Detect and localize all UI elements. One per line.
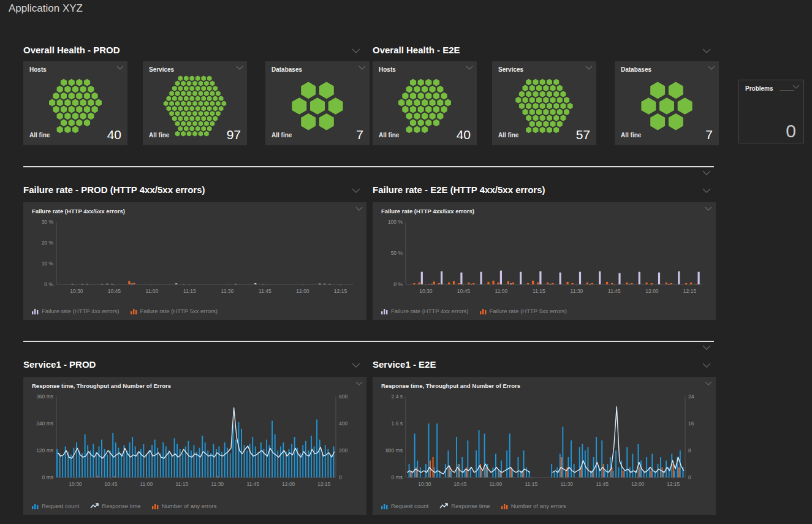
legend-item[interactable]: Response time — [90, 503, 140, 509]
section-title-health-e2e: Overall Health - E2E — [373, 45, 460, 55]
svg-text:10:45: 10:45 — [453, 481, 467, 487]
svg-text:240 ms: 240 ms — [36, 420, 53, 427]
chevron-down-icon[interactable] — [792, 85, 800, 89]
chart-tile-service1-e2e[interactable]: Response time, Throughput and Number of … — [373, 377, 716, 515]
chevron-down-icon[interactable] — [702, 345, 711, 350]
legend-label: Number of any errors — [162, 503, 217, 509]
svg-text:360 ms: 360 ms — [36, 393, 53, 400]
legend-item[interactable]: Failure rate (HTTP 4xx errors) — [381, 308, 469, 314]
chevron-down-icon[interactable] — [116, 66, 124, 70]
chart-tile-failure-prod[interactable]: Failure rate (HTTP 4xx/5xx errors) 0 %10… — [23, 202, 366, 320]
svg-text:10 %: 10 % — [42, 260, 54, 267]
legend-item[interactable]: Number of any errors — [501, 503, 566, 509]
chevron-down-icon[interactable] — [702, 170, 711, 175]
chevron-down-icon[interactable] — [352, 48, 360, 53]
legend-item[interactable]: Number of any errors — [152, 503, 217, 509]
chevron-down-icon[interactable] — [352, 363, 360, 368]
entity-count: 57 — [576, 127, 590, 142]
entity-count: 7 — [705, 127, 713, 142]
svg-text:10:30: 10:30 — [418, 481, 431, 487]
legend-label: Failure rate (HTTP 5xx errors) — [490, 308, 567, 314]
svg-text:11:15: 11:15 — [183, 288, 196, 294]
legend-item[interactable]: Failure rate (HTTP 5xx errors) — [131, 308, 218, 314]
problems-count: 0 — [786, 121, 796, 142]
bar-chart-icon — [381, 503, 388, 509]
chart-canvas: 0 ms120 ms240 ms360 ms020040060010:3010:… — [28, 392, 362, 499]
chevron-down-icon[interactable] — [359, 66, 366, 70]
svg-text:11:45: 11:45 — [259, 288, 271, 294]
chevron-down-icon[interactable] — [355, 381, 363, 385]
chart-title: Failure rate (HTTP 4xx/5xx errors) — [32, 208, 125, 215]
health-tile-hosts-prod[interactable]: Hosts All fine 40 — [23, 61, 127, 145]
chevron-down-icon[interactable] — [708, 66, 715, 70]
chevron-down-icon[interactable] — [355, 207, 363, 211]
chart-canvas: 0 %50 %100 %10:3010:4511:0011:1511:3011:… — [378, 217, 711, 306]
chevron-down-icon[interactable] — [352, 188, 360, 193]
svg-text:11:30: 11:30 — [571, 288, 583, 294]
legend-label: Response time — [102, 503, 140, 509]
bar-chart-icon — [381, 308, 388, 314]
section-divider — [23, 166, 714, 167]
chevron-down-icon[interactable] — [702, 48, 711, 53]
status-badge: All fine — [149, 132, 169, 139]
section-title-service1-prod: Service1 - PROD — [23, 359, 96, 370]
tile-title: Hosts — [379, 66, 396, 73]
health-tile-databases-prod[interactable]: Databases All fine 7 — [265, 61, 370, 145]
svg-text:50 %: 50 % — [391, 250, 403, 256]
chart-legend: Request countResponse timeNumber of any … — [32, 503, 216, 509]
legend-item[interactable]: Request count — [381, 503, 428, 509]
chevron-down-icon[interactable] — [702, 363, 711, 368]
svg-text:10:30: 10:30 — [69, 481, 82, 487]
bar-chart-icon — [501, 503, 508, 509]
health-tile-hosts-e2e[interactable]: Hosts All fine 40 — [373, 61, 477, 145]
line-chart-icon — [439, 503, 448, 509]
chart-title: Failure rate (HTTP 4xx/5xx errors) — [381, 208, 474, 215]
chevron-down-icon[interactable] — [236, 66, 243, 70]
tile-title: Databases — [271, 66, 302, 73]
chart-title: Response time, Throughput and Number of … — [381, 382, 520, 389]
svg-text:0 ms: 0 ms — [392, 474, 403, 480]
chevron-down-icon[interactable] — [705, 207, 712, 211]
health-tile-services-prod[interactable]: Services All fine 97 — [143, 61, 247, 145]
svg-text:10:45: 10:45 — [104, 481, 118, 487]
svg-text:24: 24 — [688, 393, 694, 400]
legend-item[interactable]: Response time — [439, 503, 490, 509]
tile-title: Databases — [621, 66, 651, 73]
svg-text:12:00: 12:00 — [645, 288, 659, 294]
chart-tile-failure-e2e[interactable]: Failure rate (HTTP 4xx/5xx errors) 0 %50… — [373, 202, 716, 320]
section-divider — [23, 341, 714, 342]
honeycomb-chart — [265, 74, 370, 139]
health-tile-services-e2e[interactable]: Services All fine 57 — [492, 61, 596, 145]
svg-text:1.6 s: 1.6 s — [392, 420, 403, 427]
svg-text:12:00: 12:00 — [631, 481, 645, 487]
svg-text:12:15: 12:15 — [667, 481, 680, 487]
svg-text:200: 200 — [339, 447, 347, 454]
legend-item[interactable]: Failure rate (HTTP 4xx errors) — [32, 308, 120, 314]
svg-text:11:00: 11:00 — [140, 481, 153, 487]
chevron-down-icon[interactable] — [702, 188, 711, 193]
legend-item[interactable]: Request count — [32, 503, 79, 509]
svg-text:20 %: 20 % — [42, 240, 54, 246]
svg-text:10:45: 10:45 — [108, 288, 121, 294]
tile-title: Hosts — [29, 66, 47, 73]
section-title-failure-prod: Failure rate - PROD (HTTP 4xx/5xx errors… — [23, 184, 205, 195]
status-badge: All fine — [29, 132, 50, 139]
svg-text:12:00: 12:00 — [296, 288, 309, 294]
tile-title: Services — [498, 66, 523, 73]
chart-canvas: 0 %10 %20 %30 %10:3010:4511:0011:1511:30… — [28, 217, 362, 306]
svg-text:11:45: 11:45 — [596, 481, 609, 487]
chevron-down-icon[interactable] — [705, 381, 712, 385]
svg-text:11:15: 11:15 — [175, 481, 188, 487]
chevron-down-icon[interactable] — [585, 66, 593, 70]
legend-label: Response time — [451, 503, 490, 509]
chart-canvas: 0 ms800 ms1.6 s2.4 s08162410:3010:4511:0… — [378, 392, 711, 499]
health-tile-databases-e2e[interactable]: Databases All fine 7 — [615, 61, 719, 145]
bar-chart-icon — [152, 503, 159, 509]
chevron-down-icon[interactable] — [466, 66, 473, 70]
svg-text:16: 16 — [688, 420, 694, 427]
problems-tile[interactable]: Problems 0 — [738, 80, 804, 143]
chart-tile-service1-prod[interactable]: Response time, Throughput and Number of … — [23, 377, 366, 515]
svg-text:10:30: 10:30 — [70, 288, 83, 294]
legend-item[interactable]: Failure rate (HTTP 5xx errors) — [480, 308, 567, 314]
chart-legend: Request countResponse timeNumber of any … — [381, 503, 566, 509]
